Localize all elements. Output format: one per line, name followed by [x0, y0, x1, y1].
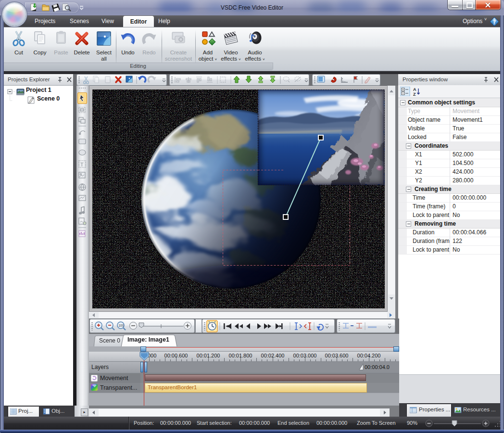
svg-text:00:00:04.0: 00:00:04.0: [365, 364, 390, 370]
svg-text:00:02.400: 00:02.400: [261, 353, 285, 358]
svg-text:00:03.600: 00:03.600: [325, 353, 349, 358]
svg-text:00:04.200: 00:04.200: [357, 353, 381, 358]
svg-text:A: A: [413, 87, 416, 92]
svg-text:?: ?: [493, 19, 496, 25]
svg-text:T: T: [80, 162, 84, 167]
svg-text:00:03.000: 00:03.000: [293, 353, 317, 358]
svg-text:00:01.200: 00:01.200: [197, 353, 220, 358]
svg-text:00:00.600: 00:00.600: [164, 353, 188, 358]
svg-text:Z: Z: [413, 92, 416, 96]
svg-text:00:01.800: 00:01.800: [229, 353, 252, 358]
svg-text:100: 100: [119, 324, 124, 327]
